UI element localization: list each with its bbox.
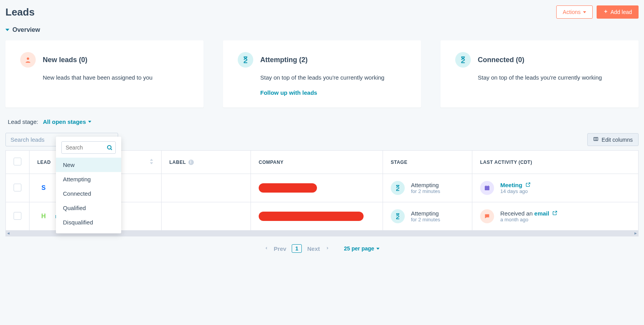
- svg-rect-9: [485, 186, 489, 187]
- hourglass-icon: [455, 52, 471, 68]
- activity-title: Meeting: [500, 182, 531, 188]
- add-lead-button[interactable]: Add lead: [597, 5, 639, 19]
- actions-label: Actions: [563, 9, 581, 15]
- chat-icon: [480, 209, 494, 223]
- info-icon[interactable]: i: [188, 160, 194, 165]
- overview-card: Attempting (2) Stay on top of the leads …: [223, 40, 421, 108]
- card-title: New leads (0): [43, 56, 87, 64]
- overview-card: Connected (0) Stay on top of the leads y…: [440, 40, 639, 108]
- add-lead-label: Add lead: [611, 9, 632, 15]
- stage-name: Attempting: [411, 182, 440, 188]
- stage-filter-dropdown: NewAttemptingConnectedQualifiedDisqualif…: [56, 137, 121, 233]
- next-button[interactable]: Next: [307, 245, 320, 252]
- col-company-header: COMPANY: [259, 160, 284, 165]
- activity-time: 14 days ago: [500, 188, 531, 194]
- card-title: Connected (0): [478, 56, 524, 64]
- lead-stage-label: Lead stage:: [8, 118, 38, 125]
- edit-columns-button[interactable]: Edit columns: [587, 133, 639, 146]
- external-link-icon: [526, 182, 531, 188]
- dropdown-item-new[interactable]: New: [56, 158, 121, 172]
- svg-point-6: [108, 146, 111, 149]
- svg-line-7: [111, 149, 112, 150]
- dropdown-item-attempting[interactable]: Attempting: [56, 172, 121, 186]
- overview-cards: New leads (0) New leads that have been a…: [5, 40, 639, 108]
- hourglass-icon: [391, 209, 405, 223]
- dropdown-item-disqualified[interactable]: Disqualified: [56, 215, 121, 229]
- col-stage-header: STAGE: [391, 160, 407, 165]
- chevron-down-icon: [5, 29, 9, 31]
- row-checkbox[interactable]: [14, 212, 21, 220]
- scroll-right-icon: ►: [633, 231, 638, 236]
- activity-time: a month ago: [500, 217, 557, 222]
- card-link[interactable]: Follow up with leads: [260, 89, 317, 96]
- hourglass-icon: [238, 52, 253, 68]
- caret-down-icon: [88, 121, 91, 123]
- lead-stage-value: All open stages: [43, 118, 86, 125]
- sort-icon[interactable]: [150, 159, 153, 165]
- svg-point-2: [27, 57, 29, 60]
- hourglass-icon: [391, 181, 405, 195]
- lead-stage-filter[interactable]: All open stages: [43, 118, 91, 125]
- page-number-current[interactable]: 1: [292, 244, 302, 253]
- next-chevron-icon[interactable]: [325, 245, 329, 252]
- search-icon: [106, 144, 113, 152]
- stage-time: for 2 minutes: [411, 217, 440, 222]
- calendar-icon: [480, 181, 494, 195]
- overview-card: New leads (0) New leads that have been a…: [5, 40, 204, 108]
- card-description: New leads that have been assigned to you: [43, 73, 189, 82]
- card-title: Attempting (2): [260, 56, 308, 64]
- columns-icon: [593, 136, 599, 143]
- per-page-selector[interactable]: 25 per page: [344, 245, 380, 252]
- prev-button[interactable]: Prev: [274, 245, 287, 252]
- activity-title: Received an email: [500, 210, 557, 217]
- edit-columns-label: Edit columns: [602, 137, 633, 143]
- activity-link[interactable]: Meeting: [500, 182, 522, 188]
- col-label-header: LABEL: [169, 160, 186, 165]
- col-activity-header: LAST ACTIVITY (CDT): [480, 160, 532, 165]
- person-icon: [20, 52, 36, 68]
- prev-chevron-icon[interactable]: [265, 245, 268, 252]
- external-link-icon: [552, 210, 557, 217]
- card-description: Stay on top of the leads you're currentl…: [478, 73, 624, 82]
- pagination: Prev 1 Next 25 per page: [5, 239, 639, 258]
- caret-down-icon: [376, 248, 379, 250]
- col-lead-header: LEAD: [37, 160, 51, 165]
- lead-avatar: H: [37, 210, 50, 222]
- row-checkbox[interactable]: [14, 184, 21, 191]
- plus-icon: [603, 9, 608, 15]
- company-redacted: [259, 183, 317, 193]
- caret-down-icon: [583, 11, 586, 13]
- svg-rect-3: [594, 137, 598, 141]
- select-all-checkbox[interactable]: [14, 158, 21, 165]
- dropdown-item-qualified[interactable]: Qualified: [56, 201, 121, 215]
- page-title: Leads: [5, 6, 35, 18]
- card-description: Stay on top of the leads you're currentl…: [260, 73, 406, 82]
- dropdown-item-connected[interactable]: Connected: [56, 186, 121, 201]
- stage-time: for 2 minutes: [411, 188, 440, 194]
- actions-button[interactable]: Actions: [556, 5, 593, 19]
- scroll-left-icon: ◄: [6, 231, 11, 236]
- company-redacted: [259, 212, 364, 221]
- overview-toggle[interactable]: Overview: [5, 26, 639, 33]
- per-page-label: 25 per page: [344, 245, 374, 252]
- activity-link[interactable]: email: [534, 210, 549, 217]
- lead-avatar: S: [37, 182, 50, 194]
- stage-name: Attempting: [411, 210, 440, 217]
- overview-label: Overview: [12, 26, 40, 33]
